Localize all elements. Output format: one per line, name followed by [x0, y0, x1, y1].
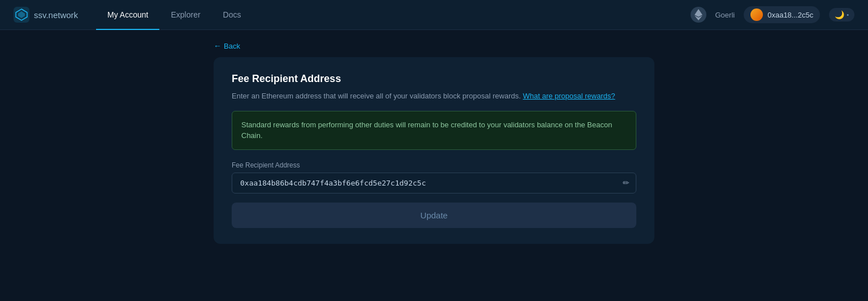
address-input-wrapper: ✏ — [232, 173, 636, 194]
address-input[interactable] — [232, 173, 636, 194]
nav-my-account[interactable]: My Account — [96, 0, 159, 30]
navbar: ssv.network My Account Explorer Docs Goe… — [0, 0, 868, 30]
theme-toggle[interactable]: 🌙 • — [829, 8, 854, 22]
nav-links: My Account Explorer Docs — [96, 0, 690, 30]
logo-bold: ssv — [34, 10, 46, 20]
moon-icon: 🌙 — [835, 10, 844, 19]
proposal-rewards-link[interactable]: What are proposal rewards? — [523, 92, 615, 100]
wallet-address: 0xaa18...2c5c — [767, 11, 813, 19]
wallet-badge[interactable]: 0xaa18...2c5c — [744, 6, 820, 23]
form-label: Fee Recipient Address — [232, 161, 636, 169]
back-link-container: ← Back — [214, 41, 654, 50]
update-button[interactable]: Update — [232, 203, 636, 228]
theme-dot: • — [847, 11, 849, 18]
edit-icon: ✏ — [623, 178, 630, 187]
info-box: Standard rewards from performing other d… — [232, 111, 636, 150]
back-link[interactable]: ← Back — [214, 41, 654, 50]
back-link-label: Back — [224, 42, 240, 50]
ssv-logo-icon — [14, 7, 29, 23]
network-label: Goerli — [715, 11, 735, 19]
info-box-text: Standard rewards from performing other d… — [241, 119, 627, 141]
logo[interactable]: ssv.network — [14, 7, 78, 23]
fee-recipient-card: Fee Recipient Address Enter an Ethereum … — [214, 57, 654, 244]
card-description: Enter an Ethereum address that will rece… — [232, 91, 636, 102]
main-content: ← Back Fee Recipient Address Enter an Et… — [0, 30, 868, 301]
wallet-avatar — [750, 8, 763, 21]
eth-icon — [691, 7, 706, 23]
edit-address-button[interactable]: ✏ — [623, 178, 630, 187]
navbar-right: Goerli 0xaa18...2c5c 🌙 • — [691, 6, 855, 23]
card-description-text: Enter an Ethereum address that will rece… — [232, 92, 521, 100]
nav-explorer[interactable]: Explorer — [159, 0, 211, 30]
back-arrow-icon: ← — [214, 41, 222, 50]
logo-light: .network — [46, 10, 78, 20]
card-title: Fee Recipient Address — [232, 73, 636, 85]
nav-docs[interactable]: Docs — [212, 0, 253, 30]
logo-text: ssv.network — [34, 10, 78, 20]
